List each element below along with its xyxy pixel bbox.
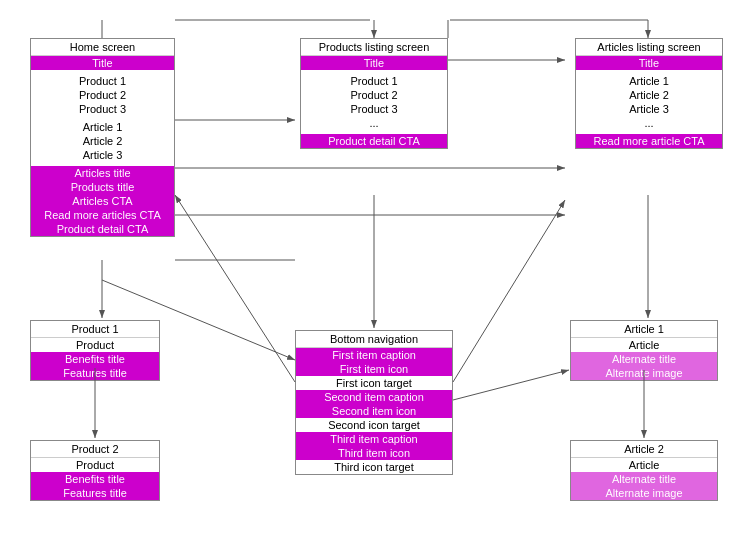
- product2-benefits: Benefits title: [31, 472, 159, 486]
- product2-box: Product 2 Product Benefits title Feature…: [30, 440, 160, 501]
- svg-line-17: [453, 370, 569, 400]
- home-article1: Article 1: [31, 120, 174, 134]
- bn-first-target: First icon target: [296, 376, 452, 390]
- bottom-nav-box: Bottom navigation First item caption Fir…: [295, 330, 453, 475]
- al-article3: Article 3: [576, 102, 722, 116]
- product1-product: Product: [31, 338, 159, 352]
- articles-listing-box: Articles listing screen Title Article 1 …: [575, 38, 723, 149]
- article2-article: Article: [571, 458, 717, 472]
- al-dots: ...: [576, 116, 722, 130]
- home-title-row: Title: [31, 56, 174, 70]
- article1-alt-title: Alternate title: [571, 352, 717, 366]
- al-title-row: Title: [576, 56, 722, 70]
- pl-product1: Product 1: [301, 74, 447, 88]
- home-product2: Product 2: [31, 88, 174, 102]
- product2-product: Product: [31, 458, 159, 472]
- svg-line-19: [175, 195, 295, 382]
- products-listing-box: Products listing screen Title Product 1 …: [300, 38, 448, 149]
- home-product3: Product 3: [31, 102, 174, 116]
- article1-title: Article 1: [571, 321, 717, 338]
- bn-second-icon: Second item icon: [296, 404, 452, 418]
- article2-alt-image: Alternate image: [571, 486, 717, 500]
- bn-first-caption: First item caption: [296, 348, 452, 362]
- article1-alt-image: Alternate image: [571, 366, 717, 380]
- articles-listing-title: Articles listing screen: [576, 39, 722, 56]
- bottom-nav-title: Bottom navigation: [296, 331, 452, 348]
- article2-alt-title: Alternate title: [571, 472, 717, 486]
- al-article1: Article 1: [576, 74, 722, 88]
- home-articles-title: Articles title: [31, 166, 174, 180]
- article2-title: Article 2: [571, 441, 717, 458]
- home-articles-cta: Articles CTA: [31, 194, 174, 208]
- home-read-more-cta: Read more articles CTA: [31, 208, 174, 222]
- home-product1: Product 1: [31, 74, 174, 88]
- bn-second-target: Second icon target: [296, 418, 452, 432]
- bn-first-icon: First item icon: [296, 362, 452, 376]
- pl-dots: ...: [301, 116, 447, 130]
- article1-article: Article: [571, 338, 717, 352]
- al-read-more-cta: Read more article CTA: [576, 134, 722, 148]
- product2-features: Features title: [31, 486, 159, 500]
- bn-third-icon: Third item icon: [296, 446, 452, 460]
- product1-title: Product 1: [31, 321, 159, 338]
- pl-product-detail-cta: Product detail CTA: [301, 134, 447, 148]
- home-products-title: Products title: [31, 180, 174, 194]
- product2-title: Product 2: [31, 441, 159, 458]
- home-article3: Article 3: [31, 148, 174, 162]
- pl-product3: Product 3: [301, 102, 447, 116]
- home-article2: Article 2: [31, 134, 174, 148]
- home-screen-title: Home screen: [31, 39, 174, 56]
- article1-box: Article 1 Article Alternate title Altern…: [570, 320, 718, 381]
- products-listing-title-row: Title: [301, 56, 447, 70]
- home-product-detail-cta: Product detail CTA: [31, 222, 174, 236]
- home-screen-box: Home screen Title Product 1 Product 2 Pr…: [30, 38, 175, 237]
- article2-box: Article 2 Article Alternate title Altern…: [570, 440, 718, 501]
- bn-third-target: Third icon target: [296, 460, 452, 474]
- bn-second-caption: Second item caption: [296, 390, 452, 404]
- product1-benefits: Benefits title: [31, 352, 159, 366]
- svg-line-18: [453, 200, 565, 382]
- product1-features: Features title: [31, 366, 159, 380]
- al-article2: Article 2: [576, 88, 722, 102]
- bn-third-caption: Third item caption: [296, 432, 452, 446]
- pl-product2: Product 2: [301, 88, 447, 102]
- products-listing-title: Products listing screen: [301, 39, 447, 56]
- diagram: Home screen Title Product 1 Product 2 Pr…: [0, 0, 756, 548]
- product1-box: Product 1 Product Benefits title Feature…: [30, 320, 160, 381]
